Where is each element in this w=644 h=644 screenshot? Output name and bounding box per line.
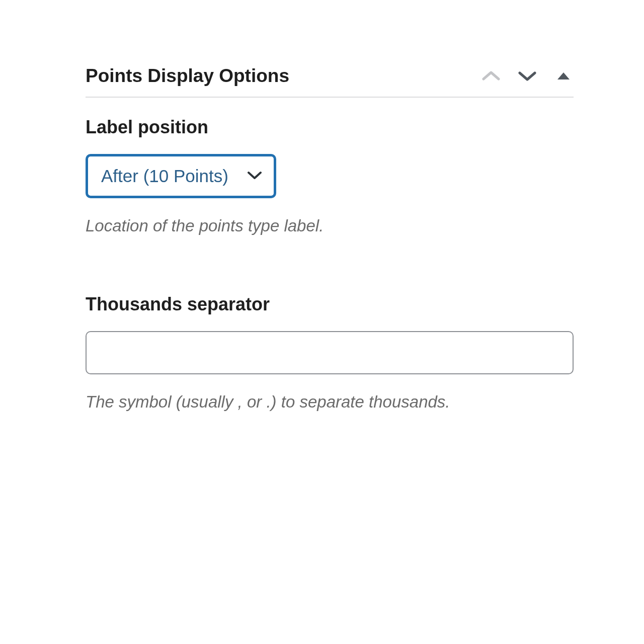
thousands-separator-label: Thousands separator bbox=[86, 294, 574, 315]
move-up-icon[interactable] bbox=[481, 68, 501, 84]
thousands-separator-help: The symbol (usually , or .) to separate … bbox=[86, 389, 574, 415]
points-display-panel: Points Display Options Label position A bbox=[86, 65, 574, 414]
label-position-help: Location of the points type label. bbox=[86, 213, 574, 238]
panel-controls bbox=[481, 68, 574, 84]
label-position-select-wrap: After (10 Points) bbox=[86, 154, 276, 198]
collapse-toggle-icon[interactable] bbox=[553, 68, 574, 84]
panel-header: Points Display Options bbox=[86, 65, 574, 98]
move-down-icon[interactable] bbox=[517, 68, 537, 84]
label-position-select[interactable]: After (10 Points) bbox=[86, 154, 276, 198]
label-position-label: Label position bbox=[86, 117, 574, 138]
thousands-separator-field: Thousands separator The symbol (usually … bbox=[86, 294, 574, 415]
panel-title: Points Display Options bbox=[86, 65, 289, 87]
label-position-field: Label position After (10 Points) Locatio… bbox=[86, 117, 574, 238]
thousands-separator-input[interactable] bbox=[86, 331, 574, 374]
